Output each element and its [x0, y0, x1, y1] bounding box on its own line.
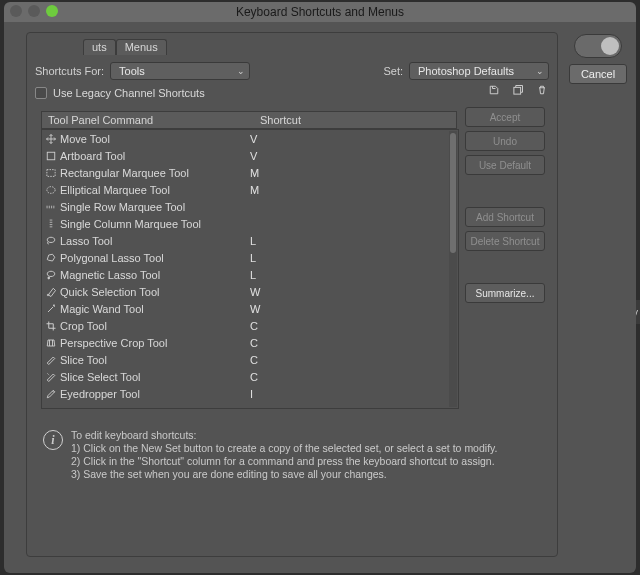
- list-header: Tool Panel Command Shortcut: [41, 111, 457, 129]
- tool-name: Lasso Tool: [60, 235, 250, 247]
- checkbox-legacy[interactable]: [35, 87, 47, 99]
- tab-menus[interactable]: Menus: [116, 39, 167, 55]
- app-background: ty Keyboard Shortcuts and Menus Cancel u…: [0, 0, 640, 575]
- slice-sel-icon: [42, 371, 60, 383]
- ok-toggle[interactable]: [574, 34, 622, 58]
- tool-shortcut[interactable]: V: [250, 133, 290, 145]
- svg-rect-0: [514, 87, 521, 94]
- tool-row[interactable]: Eyedropper ToolI: [42, 385, 448, 402]
- titlebar: Keyboard Shortcuts and Menus: [4, 2, 636, 22]
- tool-shortcut[interactable]: W: [250, 303, 290, 315]
- crop-icon: [42, 320, 60, 332]
- wand-icon: [42, 303, 60, 315]
- tool-name: Magic Wand Tool: [60, 303, 250, 315]
- tool-name: Eyedropper Tool: [60, 388, 250, 400]
- select-set[interactable]: Photoshop Defaults ⌄: [409, 62, 549, 80]
- tool-shortcut[interactable]: L: [250, 235, 290, 247]
- header-shortcut: Shortcut: [260, 114, 301, 126]
- tool-list: Move ToolVArtboard ToolVRectangular Marq…: [41, 129, 459, 409]
- chevron-down-icon: ⌄: [237, 66, 245, 76]
- tool-shortcut[interactable]: L: [250, 269, 290, 281]
- new-set-icon[interactable]: [511, 83, 525, 97]
- tool-name: Slice Select Tool: [60, 371, 250, 383]
- select-shortcuts-for-value: Tools: [119, 65, 145, 77]
- tool-name: Slice Tool: [60, 354, 250, 366]
- tool-row[interactable]: Quick Selection ToolW: [42, 283, 448, 300]
- tool-row[interactable]: Crop ToolC: [42, 317, 448, 334]
- svg-point-5: [47, 294, 49, 296]
- header-command: Tool Panel Command: [42, 114, 260, 126]
- info-panel: i To edit keyboard shortcuts: 1) Click o…: [43, 429, 541, 481]
- add-shortcut-button[interactable]: Add Shortcut: [465, 207, 545, 227]
- use-default-button[interactable]: Use Default: [465, 155, 545, 175]
- tool-name: Artboard Tool: [60, 150, 250, 162]
- dialog-body: Cancel uts Menus Shortcuts For: Tools ⌄ …: [4, 22, 636, 573]
- tool-shortcut[interactable]: C: [250, 320, 290, 332]
- select-set-value: Photoshop Defaults: [418, 65, 514, 77]
- tool-shortcut[interactable]: M: [250, 167, 290, 179]
- col-marq-icon: [42, 218, 60, 230]
- select-shortcuts-for[interactable]: Tools ⌄: [110, 62, 250, 80]
- tool-name: Polygonal Lasso Tool: [60, 252, 250, 264]
- toggle-knob: [601, 37, 619, 55]
- dialog-inner: uts Menus Shortcuts For: Tools ⌄ Set: Ph…: [26, 32, 558, 557]
- tool-row[interactable]: Slice ToolC: [42, 351, 448, 368]
- tool-name: Crop Tool: [60, 320, 250, 332]
- cancel-button[interactable]: Cancel: [569, 64, 627, 84]
- tool-shortcut[interactable]: V: [250, 150, 290, 162]
- tool-row[interactable]: Single Column Marquee Tool: [42, 215, 448, 232]
- tool-name: Single Column Marquee Tool: [60, 218, 250, 230]
- tool-row[interactable]: Magnetic Lasso ToolL: [42, 266, 448, 283]
- tool-name: Perspective Crop Tool: [60, 337, 250, 349]
- info-line-2: 2) Click in the "Shortcut" column for a …: [71, 455, 497, 468]
- chevron-down-icon: ⌄: [536, 66, 544, 76]
- tool-shortcut[interactable]: I: [250, 388, 290, 400]
- rect-marq-icon: [42, 167, 60, 179]
- tool-shortcut[interactable]: C: [250, 354, 290, 366]
- tool-row[interactable]: Move ToolV: [42, 130, 448, 147]
- label-shortcuts-for: Shortcuts For:: [35, 65, 104, 77]
- tool-shortcut[interactable]: C: [250, 371, 290, 383]
- window-title: Keyboard Shortcuts and Menus: [4, 5, 636, 19]
- tool-shortcut[interactable]: C: [250, 337, 290, 349]
- accept-button[interactable]: Accept: [465, 107, 545, 127]
- minimize-icon[interactable]: [28, 5, 40, 17]
- tool-row[interactable]: Single Row Marquee Tool: [42, 198, 448, 215]
- save-set-icon[interactable]: [487, 83, 501, 97]
- slice-icon: [42, 354, 60, 366]
- tool-row[interactable]: Rectangular Marquee ToolM: [42, 164, 448, 181]
- delete-set-icon[interactable]: [535, 83, 549, 97]
- eyedrop-icon: [42, 388, 60, 400]
- tool-row[interactable]: Lasso ToolL: [42, 232, 448, 249]
- artboard-icon: [42, 150, 60, 162]
- tool-row[interactable]: Perspective Crop ToolC: [42, 334, 448, 351]
- tabs: uts Menus: [83, 39, 167, 55]
- tool-shortcut[interactable]: L: [250, 252, 290, 264]
- tool-row[interactable]: Polygonal Lasso ToolL: [42, 249, 448, 266]
- svg-rect-2: [47, 169, 55, 176]
- info-line-1: 1) Click on the New Set button to create…: [71, 442, 497, 455]
- quick-sel-icon: [42, 286, 60, 298]
- pcrop-icon: [42, 337, 60, 349]
- zoom-icon[interactable]: [46, 5, 58, 17]
- info-line-3: 3) Save the set when you are done editin…: [71, 468, 497, 481]
- tool-name: Move Tool: [60, 133, 250, 145]
- ell-marq-icon: [42, 184, 60, 196]
- svg-point-3: [47, 186, 55, 193]
- scrollbar[interactable]: [449, 131, 457, 407]
- undo-button[interactable]: Undo: [465, 131, 545, 151]
- scrollbar-thumb[interactable]: [450, 133, 456, 253]
- tool-row[interactable]: Slice Select ToolC: [42, 368, 448, 385]
- tool-shortcut[interactable]: W: [250, 286, 290, 298]
- tool-row[interactable]: Elliptical Marquee ToolM: [42, 181, 448, 198]
- window-controls: [10, 5, 58, 17]
- tool-shortcut[interactable]: M: [250, 184, 290, 196]
- tab-shortcuts[interactable]: uts: [83, 39, 116, 55]
- tool-name: Rectangular Marquee Tool: [60, 167, 250, 179]
- tool-row[interactable]: Artboard ToolV: [42, 147, 448, 164]
- delete-shortcut-button[interactable]: Delete Shortcut: [465, 231, 545, 251]
- close-icon[interactable]: [10, 5, 22, 17]
- tool-row[interactable]: Magic Wand ToolW: [42, 300, 448, 317]
- summarize-button[interactable]: Summarize...: [465, 283, 545, 303]
- tool-name: Elliptical Marquee Tool: [60, 184, 250, 196]
